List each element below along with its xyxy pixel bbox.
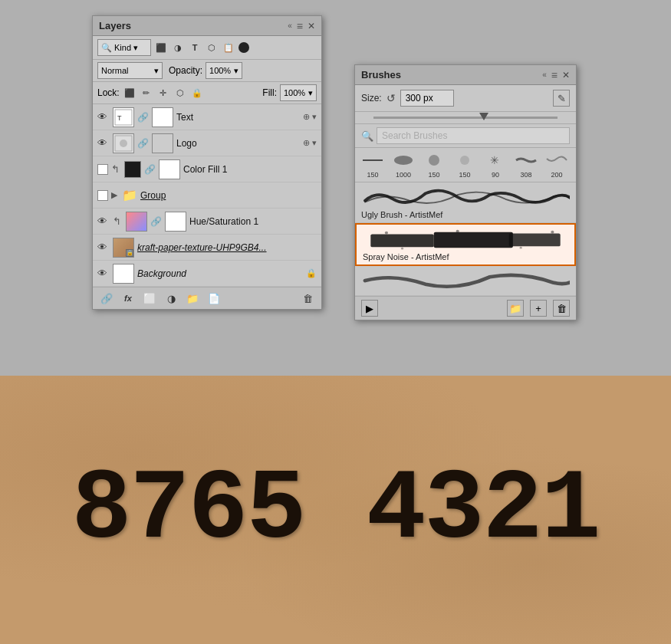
filter-pixel-icon[interactable]: ⬛ bbox=[154, 41, 168, 54]
layer-name-background: Background bbox=[137, 268, 303, 279]
brush-preset-5[interactable]: 308 bbox=[515, 151, 538, 179]
filter-shape-icon[interactable]: ⬡ bbox=[205, 41, 219, 54]
layer-visibility-colorfill[interactable] bbox=[97, 164, 108, 175]
brush-num-2: 150 bbox=[428, 171, 439, 179]
layer-arrow-hue: ↰ bbox=[113, 215, 121, 227]
opacity-field[interactable]: 100% ▾ bbox=[206, 62, 242, 79]
add-mask-button[interactable]: ⬜ bbox=[142, 291, 157, 306]
layer-thumb2-hue bbox=[165, 212, 186, 232]
layer-visibility-text[interactable]: 👁 bbox=[97, 111, 110, 123]
lock-pixels-icon[interactable]: ⬛ bbox=[123, 86, 137, 100]
brush-preset-4[interactable]: ✳ 90 bbox=[484, 151, 507, 179]
layer-effects-text: ⊕ ▾ bbox=[303, 112, 317, 122]
number-left: 8765 bbox=[71, 454, 304, 567]
filter-type-icon[interactable]: T bbox=[188, 41, 202, 54]
svg-rect-9 bbox=[370, 234, 433, 247]
layer-visibility-hue[interactable]: 👁 bbox=[97, 215, 110, 227]
new-layer-button[interactable]: 📄 bbox=[206, 291, 222, 306]
layer-item-background[interactable]: 👁 Background 🔒 bbox=[93, 261, 321, 287]
layer-visibility-group[interactable] bbox=[97, 190, 108, 201]
layer-visibility-background[interactable]: 👁 bbox=[97, 268, 110, 279]
blend-mode-dropdown[interactable]: Normal ▾ bbox=[97, 62, 163, 79]
link-layers-button[interactable]: 🔗 bbox=[99, 291, 114, 306]
brush-size-slider-row[interactable] bbox=[355, 112, 576, 124]
brushes-titlebar: Brushes « ≡ ✕ bbox=[355, 65, 576, 85]
layer-thumb-kraft: 🔒 bbox=[113, 238, 134, 258]
layer-item-kraft[interactable]: 👁 🔒 kraft-paper-texture-UHP9GB4... bbox=[93, 235, 321, 261]
size-input[interactable]: 300 px bbox=[400, 90, 454, 107]
size-reset-button[interactable]: ↺ bbox=[386, 92, 396, 104]
brush-size-row: Size: ↺ 300 px ✎ bbox=[355, 85, 576, 112]
svg-rect-10 bbox=[434, 232, 513, 248]
brush-preset-0[interactable]: 150 bbox=[361, 151, 384, 179]
layers-close-button[interactable]: ✕ bbox=[308, 21, 315, 31]
layer-item-text[interactable]: 👁 T 🔗 Text ⊕ ▾ bbox=[93, 104, 321, 130]
brush-stroke-third bbox=[361, 269, 570, 292]
lock-all-icon[interactable]: 🔒 bbox=[190, 86, 204, 100]
brush-preset-6[interactable]: 200 bbox=[545, 151, 568, 179]
fill-field[interactable]: 100% ▾ bbox=[280, 84, 317, 101]
adjustment-button[interactable]: ◑ bbox=[163, 291, 179, 306]
lock-paint-icon[interactable]: ✏ bbox=[140, 86, 153, 100]
svg-point-13 bbox=[401, 248, 403, 250]
brush-entry-ugly[interactable]: Ugly Brush - ArtistMef bbox=[355, 182, 576, 223]
brush-num-6: 200 bbox=[551, 171, 562, 179]
svg-point-7 bbox=[460, 156, 469, 165]
brush-preview-0 bbox=[361, 151, 384, 169]
brushes-panel: Brushes « ≡ ✕ Size: ↺ 300 px ✎ 🔍 Search … bbox=[354, 64, 577, 320]
layer-name-kraft: kraft-paper-texture-UHP9GB4... bbox=[137, 242, 317, 253]
layer-expand-group[interactable]: ▶ bbox=[111, 190, 117, 200]
layer-thumb-background bbox=[113, 264, 134, 284]
layer-effects-logo: ⊕ ▾ bbox=[303, 138, 317, 148]
brush-size-slider-track[interactable] bbox=[373, 117, 558, 119]
size-edit-button[interactable]: ✎ bbox=[553, 90, 570, 107]
brushes-new-folder-button[interactable]: 📁 bbox=[507, 300, 524, 317]
brush-size-slider-thumb[interactable] bbox=[479, 113, 488, 120]
fill-value: 100% bbox=[284, 88, 305, 97]
brush-entry-third[interactable] bbox=[355, 266, 576, 296]
layers-menu-icon[interactable]: ≡ bbox=[297, 20, 303, 32]
brush-search-input[interactable]: Search Brushes bbox=[377, 127, 570, 144]
layer-visibility-kraft[interactable]: 👁 bbox=[97, 242, 110, 253]
filter-smart-icon[interactable]: 📋 bbox=[222, 41, 235, 54]
delete-layer-button[interactable]: 🗑 bbox=[300, 291, 315, 306]
kind-dropdown[interactable]: 🔍 Kind ▾ bbox=[97, 39, 151, 56]
brush-preset-2[interactable]: 150 bbox=[423, 151, 446, 179]
blend-chevron: ▾ bbox=[154, 66, 159, 76]
layer-link-colorfill: 🔗 bbox=[144, 164, 156, 175]
layer-item-logo[interactable]: 👁 🔗 Logo ⊕ ▾ bbox=[93, 130, 321, 156]
brush-preset-1[interactable]: 1000 bbox=[392, 151, 415, 179]
layer-name-logo: Logo bbox=[176, 138, 300, 149]
brush-preview-6 bbox=[545, 151, 568, 169]
brush-preset-3[interactable]: 150 bbox=[453, 151, 476, 179]
layer-thumb-hue bbox=[126, 212, 147, 232]
kind-search-icon: 🔍 bbox=[101, 43, 112, 53]
brush-preview-1 bbox=[392, 151, 415, 169]
filter-color-icon[interactable] bbox=[238, 42, 249, 53]
brush-num-5: 308 bbox=[520, 171, 531, 179]
brushes-close-button[interactable]: ✕ bbox=[562, 70, 570, 80]
layer-item-hue[interactable]: 👁 ↰ 🔗 Hue/Saturation 1 bbox=[93, 209, 321, 235]
layer-item-colorfill[interactable]: ↰ 🔗 Color Fill 1 bbox=[93, 156, 321, 182]
search-placeholder: Search Brushes bbox=[382, 130, 447, 141]
brush-entry-spray[interactable]: Spray Noise - ArtistMef bbox=[355, 223, 576, 266]
lock-artboard-icon[interactable]: ⬡ bbox=[173, 86, 187, 100]
brush-num-1: 1000 bbox=[396, 171, 411, 179]
layers-collapse-arrows[interactable]: « bbox=[288, 21, 292, 30]
new-group-button[interactable]: 📁 bbox=[185, 291, 200, 306]
layer-visibility-logo[interactable]: 👁 bbox=[97, 137, 110, 149]
fx-button[interactable]: fx bbox=[120, 291, 136, 306]
brushes-delete-button[interactable]: 🗑 bbox=[553, 300, 570, 317]
fill-chevron: ▾ bbox=[308, 88, 313, 98]
brushes-collapse-arrows[interactable]: « bbox=[542, 71, 547, 79]
layer-name-colorfill: Color Fill 1 bbox=[183, 164, 317, 175]
brushes-play-button[interactable]: ▶ bbox=[361, 300, 378, 317]
brushes-menu-icon[interactable]: ≡ bbox=[551, 69, 558, 81]
layers-titlebar: Layers « ≡ ✕ bbox=[93, 16, 321, 36]
filter-adjust-icon[interactable]: ◑ bbox=[171, 41, 185, 54]
layer-item-group[interactable]: ▶ 📁 Group bbox=[93, 182, 321, 209]
brushes-new-brush-button[interactable]: + bbox=[530, 300, 547, 317]
brush-presets-strip: 150 1000 150 150 ✳ bbox=[355, 148, 576, 182]
lock-label: Lock: bbox=[97, 87, 120, 98]
lock-move-icon[interactable]: ✛ bbox=[156, 86, 170, 100]
